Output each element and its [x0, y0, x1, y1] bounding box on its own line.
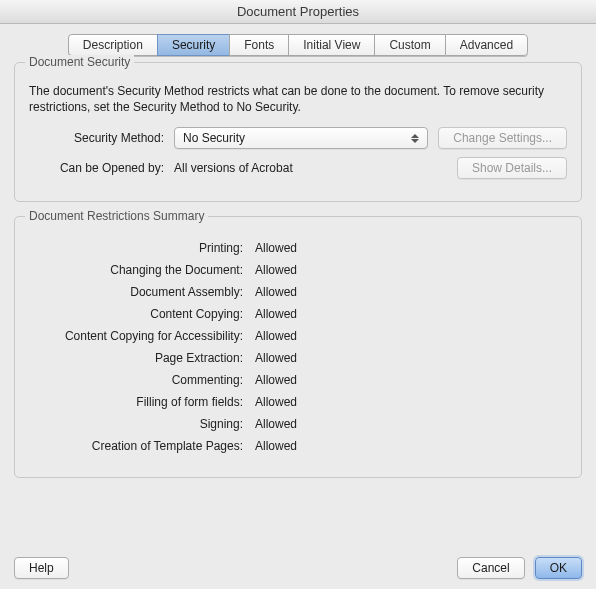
tab-initial-view[interactable]: Initial View — [288, 34, 374, 56]
restriction-row: Filling of form fields:Allowed — [29, 395, 567, 409]
tab-bar: DescriptionSecurityFontsInitial ViewCust… — [14, 34, 582, 56]
tab-security[interactable]: Security — [157, 34, 229, 56]
restriction-row: Creation of Template Pages:Allowed — [29, 439, 567, 453]
restriction-label: Content Copying: — [29, 307, 249, 321]
tab-custom[interactable]: Custom — [374, 34, 444, 56]
restriction-row: Signing:Allowed — [29, 417, 567, 431]
restrictions-group: Document Restrictions Summary Printing:A… — [14, 216, 582, 478]
cancel-button[interactable]: Cancel — [457, 557, 524, 579]
security-method-value: No Security — [183, 131, 245, 145]
restriction-row: Content Copying:Allowed — [29, 307, 567, 321]
restriction-row: Changing the Document:Allowed — [29, 263, 567, 277]
restriction-value: Allowed — [249, 263, 297, 277]
restriction-value: Allowed — [249, 329, 297, 343]
restriction-row: Document Assembly:Allowed — [29, 285, 567, 299]
restriction-value: Allowed — [249, 307, 297, 321]
group-title-security: Document Security — [25, 55, 134, 69]
show-details-button[interactable]: Show Details... — [457, 157, 567, 179]
chevron-updown-icon — [409, 128, 421, 148]
group-title-restrictions: Document Restrictions Summary — [25, 209, 208, 223]
restriction-label: Signing: — [29, 417, 249, 431]
restriction-value: Allowed — [249, 351, 297, 365]
restriction-value: Allowed — [249, 373, 297, 387]
restriction-label: Commenting: — [29, 373, 249, 387]
restriction-value: Allowed — [249, 241, 297, 255]
restriction-label: Document Assembly: — [29, 285, 249, 299]
restriction-label: Filling of form fields: — [29, 395, 249, 409]
restriction-value: Allowed — [249, 439, 297, 453]
restriction-value: Allowed — [249, 395, 297, 409]
tab-advanced[interactable]: Advanced — [445, 34, 528, 56]
security-method-label: Security Method: — [29, 131, 164, 145]
window-title: Document Properties — [0, 0, 596, 24]
restriction-row: Printing:Allowed — [29, 241, 567, 255]
security-method-select[interactable]: No Security — [174, 127, 428, 149]
restriction-value: Allowed — [249, 417, 297, 431]
help-button[interactable]: Help — [14, 557, 69, 579]
security-intro-text: The document's Security Method restricts… — [29, 83, 567, 115]
restriction-label: Content Copying for Accessibility: — [29, 329, 249, 343]
document-security-group: Document Security The document's Securit… — [14, 62, 582, 202]
opened-by-label: Can be Opened by: — [29, 161, 164, 175]
tab-description[interactable]: Description — [68, 34, 157, 56]
restriction-label: Printing: — [29, 241, 249, 255]
tab-fonts[interactable]: Fonts — [229, 34, 288, 56]
restriction-label: Page Extraction: — [29, 351, 249, 365]
restriction-label: Changing the Document: — [29, 263, 249, 277]
restriction-row: Content Copying for Accessibility:Allowe… — [29, 329, 567, 343]
change-settings-button[interactable]: Change Settings... — [438, 127, 567, 149]
restriction-value: Allowed — [249, 285, 297, 299]
restriction-label: Creation of Template Pages: — [29, 439, 249, 453]
opened-by-value: All versions of Acrobat — [174, 161, 293, 175]
restriction-row: Commenting:Allowed — [29, 373, 567, 387]
ok-button[interactable]: OK — [535, 557, 582, 579]
restriction-row: Page Extraction:Allowed — [29, 351, 567, 365]
